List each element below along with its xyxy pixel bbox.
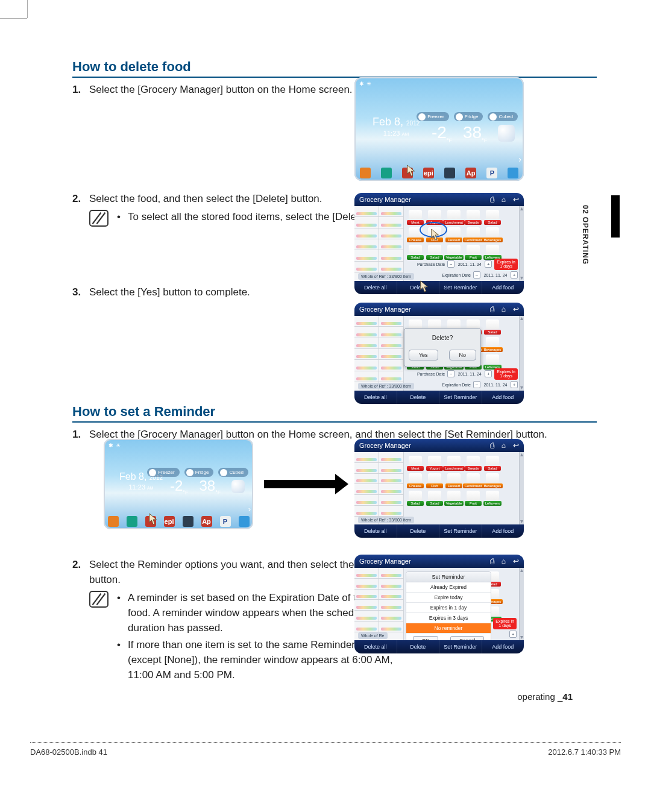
dock-epicurious[interactable]: epi bbox=[160, 514, 178, 529]
note-icon bbox=[89, 591, 108, 608]
food-cat[interactable]: Beverages bbox=[485, 337, 500, 352]
page-footer: operating _41 bbox=[517, 691, 573, 702]
pill-cubed[interactable]: Cubed bbox=[488, 112, 518, 121]
dock-ap news[interactable]: Ap bbox=[197, 514, 216, 529]
screenshot-gm-delete: Grocery Manager⎙⌂↩ MeatYogurtLunchmeatBr… bbox=[354, 193, 524, 294]
food-cat[interactable]: Salad bbox=[427, 491, 442, 506]
food-cat[interactable]: Salad bbox=[407, 491, 423, 506]
gm-delete[interactable]: Delete bbox=[397, 281, 440, 294]
step-2: Select the food, and then select the [De… bbox=[89, 192, 322, 207]
gm-delete-all[interactable]: Delete all bbox=[354, 281, 397, 294]
food-cat[interactable]: Salad bbox=[485, 210, 500, 225]
note-icon bbox=[89, 210, 108, 227]
food-cat[interactable]: Fruit bbox=[465, 491, 481, 506]
step-1: Select the [Grocery Manager] button on t… bbox=[89, 83, 353, 98]
screenshot-gm-confirm: Grocery Manager⎙⌂↩ MeatYogurtLunchmeatBr… bbox=[354, 303, 524, 404]
print-mark: DA68-02500B.indb 41 2012.6.7 1:40:33 PM bbox=[30, 742, 621, 743]
screenshot-home-1: ✱☀ Feb 8, 2012 11:23 AM Freezer Fridge C… bbox=[354, 77, 524, 181]
gm-set-reminder[interactable]: Set Reminder bbox=[439, 524, 482, 538]
gm-delete[interactable]: Delete bbox=[397, 524, 440, 538]
dock-pandora[interactable]: P bbox=[482, 165, 503, 181]
gm-delete-all[interactable]: Delete all bbox=[354, 524, 397, 538]
food-cat[interactable]: Dessert bbox=[446, 227, 462, 242]
dock-calendar[interactable] bbox=[439, 165, 461, 181]
dock-pandora[interactable]: P bbox=[216, 514, 234, 529]
food-cat[interactable]: Vegetable bbox=[446, 491, 462, 506]
food-cat[interactable]: Meat bbox=[407, 210, 423, 225]
pill-freezer[interactable]: Freezer bbox=[417, 112, 449, 121]
date-plus[interactable]: + bbox=[485, 260, 492, 268]
arrow-icon bbox=[264, 480, 336, 488]
date-minus[interactable]: − bbox=[447, 260, 454, 268]
gm-add-food[interactable]: Add food bbox=[482, 524, 524, 538]
food-cat[interactable]: Condiment bbox=[465, 473, 481, 488]
food-cat[interactable]: Leftovers bbox=[485, 491, 500, 506]
step-3: Select the [Yes] button to complete. bbox=[89, 285, 250, 300]
food-cat[interactable]: Salad bbox=[485, 456, 500, 471]
gm-set-reminder[interactable]: Set Reminder bbox=[439, 391, 482, 404]
food-cat[interactable]: Breads bbox=[465, 456, 481, 471]
dock-memo[interactable] bbox=[104, 514, 122, 529]
food-cat[interactable]: Yogurt bbox=[427, 456, 442, 471]
food-cat[interactable]: Breads bbox=[465, 210, 481, 225]
gm-delete[interactable]: Delete bbox=[397, 640, 440, 653]
gm-set-reminder[interactable]: Set Reminder bbox=[439, 640, 482, 653]
food-cat[interactable]: Lunchmeat bbox=[446, 210, 462, 225]
dock-twitter[interactable] bbox=[234, 514, 253, 529]
back-icon[interactable]: ↩ bbox=[513, 195, 519, 204]
screenshot-gm-reminder: Grocery Manager⎙⌂↩ MeatYogurtLunchmeatBr… bbox=[354, 555, 524, 653]
screenshot-home-2: ✱☀ Feb 8, 2012 11:23 AM Freezer Fridge C… bbox=[104, 439, 253, 529]
food-cat[interactable]: Lunchmeat bbox=[446, 456, 462, 471]
food-cat[interactable]: Salad bbox=[485, 319, 500, 335]
heading-set-reminder: How to set a Reminder bbox=[72, 404, 597, 423]
gm-delete-all[interactable]: Delete all bbox=[354, 640, 397, 653]
home-icon[interactable]: ⌂ bbox=[502, 195, 506, 204]
dialog-no[interactable]: No bbox=[449, 350, 477, 360]
gm-add-food[interactable]: Add food bbox=[482, 640, 524, 653]
heading-delete-food: How to delete food bbox=[72, 59, 597, 78]
screenshot-gm-plain: Grocery Manager⎙⌂↩ MeatYogurtLunchmeatBr… bbox=[354, 439, 524, 538]
dock-twitter[interactable] bbox=[503, 165, 524, 181]
food-cat[interactable]: Condiment bbox=[465, 227, 481, 242]
section-tab: 02 OPERATING bbox=[605, 182, 620, 254]
dialog-yes[interactable]: Yes bbox=[409, 350, 438, 360]
gm-add-food[interactable]: Add food bbox=[482, 281, 524, 294]
dock-photos[interactable] bbox=[122, 514, 141, 529]
food-cat[interactable]: Beverages bbox=[485, 227, 500, 242]
food-cat[interactable]: Cheese bbox=[407, 473, 423, 488]
dock-photos[interactable] bbox=[376, 165, 397, 181]
gm-set-reminder[interactable]: Set Reminder bbox=[439, 281, 482, 294]
gm-add-food[interactable]: Add food bbox=[482, 391, 524, 404]
pill-fridge[interactable]: Fridge bbox=[454, 112, 483, 121]
gm-delete-all[interactable]: Delete all bbox=[354, 391, 397, 404]
food-cat[interactable]: Beverages bbox=[485, 473, 500, 488]
item-count: Whole of Ref : 33/800 item bbox=[358, 273, 414, 280]
food-cat[interactable]: Meat bbox=[407, 456, 423, 471]
reminder-opt[interactable]: Already Expired bbox=[406, 582, 491, 593]
dock-epicurious[interactable]: epi bbox=[418, 165, 439, 181]
cursor-icon bbox=[406, 164, 417, 177]
dock-calendar[interactable] bbox=[178, 514, 197, 529]
dock-ap news[interactable]: Ap bbox=[461, 165, 482, 181]
save-icon[interactable]: ⎙ bbox=[490, 195, 494, 204]
reminder-options: Set Reminder Already Expired Expire toda… bbox=[406, 571, 491, 649]
dock-memo[interactable] bbox=[354, 165, 376, 181]
food-cat[interactable]: Fish bbox=[427, 473, 442, 488]
scrollbar[interactable] bbox=[519, 206, 524, 281]
food-cat[interactable]: Dessert bbox=[446, 473, 462, 488]
gm-delete[interactable]: Delete bbox=[397, 391, 440, 404]
delete-dialog: Delete? Yes No bbox=[404, 328, 481, 367]
